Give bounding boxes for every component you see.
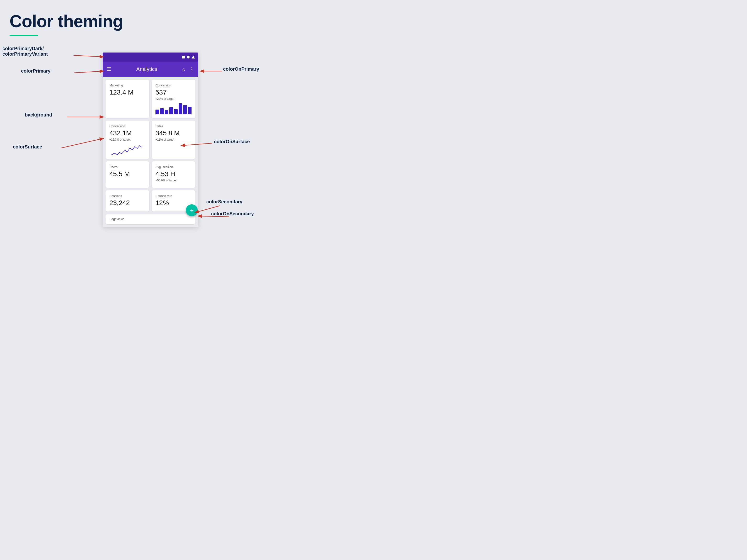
card-conversion-bar-sub: +22% of target [155, 97, 191, 101]
status-icon-square [182, 56, 185, 58]
card-conversion-bar-value: 537 [155, 88, 191, 96]
bar-chart [155, 102, 191, 114]
card-avg-session-value: 4:53 H [155, 170, 191, 178]
card-avg-session-label: Avg. session [155, 165, 191, 169]
card-conversion-line: Conversion 432.1M +12.3% of target [106, 121, 149, 159]
svg-line-3 [61, 138, 103, 148]
svg-line-0 [74, 55, 103, 57]
card-marketing: Marketing 123.4 M [106, 80, 149, 118]
card-marketing-value: 123.4 M [109, 88, 146, 96]
card-sessions-label: Sessions [109, 194, 146, 198]
card-sales-value: 345.8 M [155, 129, 191, 137]
card-pageviews-label: Pageviews [109, 217, 191, 221]
phone-mockup: ☰ Analytics ⌕ ⋮ Marketing 123.4 M Conver… [103, 53, 198, 227]
bar-6 [179, 103, 182, 114]
card-sales: Sales 345.8 M +11% of target [152, 121, 195, 159]
card-avg-session-sub: +56.6% of target [155, 179, 191, 182]
bar-7 [183, 105, 187, 114]
svg-line-1 [74, 71, 103, 73]
card-users-value: 45.5 M [109, 170, 146, 178]
card-avg-session: Avg. session 4:53 H +56.6% of target [152, 161, 195, 188]
status-bar [103, 53, 198, 61]
card-conversion-bar-label: Conversion [155, 84, 191, 87]
card-conversion-line-sub: +12.3% of target [109, 138, 146, 141]
card-sessions-value: 23,242 [109, 199, 146, 207]
line-chart [109, 143, 146, 155]
card-bounce-rate-label: Bounce rate [155, 194, 191, 198]
status-icon-circle [187, 56, 189, 58]
status-icon-signal [191, 56, 195, 58]
card-bounce-rate: Bounce rate 12% + [152, 190, 195, 212]
card-conversion-line-label: Conversion [109, 124, 146, 128]
content-area: Marketing 123.4 M Conversion 537 +22% of… [103, 77, 198, 214]
app-bar: ☰ Analytics ⌕ ⋮ [103, 61, 198, 77]
card-users: Users 45.5 M [106, 161, 149, 188]
bar-1 [155, 110, 159, 114]
bar-2 [160, 108, 163, 114]
card-bounce-rate-value: 12% [155, 199, 191, 207]
menu-icon[interactable]: ☰ [106, 66, 111, 72]
card-sales-sub: +11% of target [155, 138, 191, 141]
title-underline [9, 35, 38, 36]
fab-button[interactable]: + [186, 204, 198, 216]
bar-4 [169, 107, 173, 114]
search-icon[interactable]: ⌕ [182, 66, 185, 72]
bar-3 [165, 110, 169, 114]
card-marketing-label: Marketing [109, 84, 146, 87]
bar-8 [188, 107, 191, 114]
card-sessions: Sessions 23,242 [106, 190, 149, 212]
card-pageviews: Pageviews [106, 214, 195, 224]
page-title: Color theming [0, 0, 374, 31]
card-sales-label: Sales [155, 124, 191, 128]
more-icon[interactable]: ⋮ [189, 66, 195, 72]
bar-5 [174, 109, 178, 114]
card-users-label: Users [109, 165, 146, 169]
app-bar-title: Analytics [115, 66, 178, 72]
card-conversion-bar: Conversion 537 +22% of target [152, 80, 195, 118]
card-conversion-line-value: 432.1M [109, 129, 146, 137]
